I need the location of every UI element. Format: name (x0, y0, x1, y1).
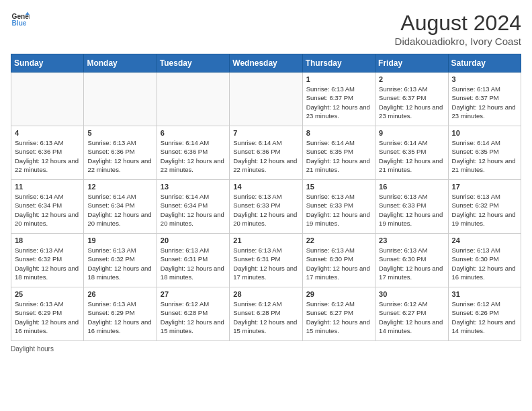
calendar-day-cell: 19Sunrise: 6:13 AM Sunset: 6:32 PM Dayli… (84, 234, 157, 287)
day-number: 16 (379, 183, 444, 191)
calendar-day-cell: 12Sunrise: 6:14 AM Sunset: 6:34 PM Dayli… (84, 180, 157, 234)
day-info: Sunrise: 6:14 AM Sunset: 6:36 PM Dayligh… (233, 138, 298, 174)
day-number: 1 (306, 75, 371, 83)
calendar-day-header: Wednesday (230, 54, 302, 73)
day-number: 18 (15, 236, 80, 244)
page-title: August 2024 (395, 11, 521, 36)
day-number: 17 (452, 183, 517, 191)
day-info: Sunrise: 6:13 AM Sunset: 6:29 PM Dayligh… (87, 300, 152, 335)
logo: General Blue (11, 11, 30, 30)
day-info: Sunrise: 6:12 AM Sunset: 6:28 PM Dayligh… (233, 300, 298, 335)
day-info: Sunrise: 6:13 AM Sunset: 6:31 PM Dayligh… (161, 246, 226, 281)
day-number: 11 (15, 183, 80, 191)
calendar-day-cell: 7Sunrise: 6:14 AM Sunset: 6:36 PM Daylig… (230, 126, 302, 180)
day-number: 9 (379, 129, 444, 137)
calendar-body: 1Sunrise: 6:13 AM Sunset: 6:37 PM Daylig… (11, 73, 521, 341)
day-info: Sunrise: 6:13 AM Sunset: 6:33 PM Dayligh… (233, 192, 298, 228)
day-info: Sunrise: 6:13 AM Sunset: 6:30 PM Dayligh… (452, 246, 517, 281)
calendar-table: SundayMondayTuesdayWednesdayThursdayFrid… (11, 54, 521, 341)
day-info: Sunrise: 6:13 AM Sunset: 6:31 PM Dayligh… (233, 246, 298, 281)
day-number: 7 (233, 129, 298, 137)
calendar-day-cell: 26Sunrise: 6:13 AM Sunset: 6:29 PM Dayli… (84, 287, 157, 341)
day-info: Sunrise: 6:13 AM Sunset: 6:30 PM Dayligh… (306, 246, 371, 281)
calendar-day-cell: 1Sunrise: 6:13 AM Sunset: 6:37 PM Daylig… (302, 73, 375, 126)
calendar-day-cell: 28Sunrise: 6:12 AM Sunset: 6:28 PM Dayli… (230, 287, 302, 341)
calendar-day-cell: 4Sunrise: 6:13 AM Sunset: 6:36 PM Daylig… (11, 126, 84, 180)
day-number: 13 (161, 183, 226, 191)
day-info: Sunrise: 6:13 AM Sunset: 6:29 PM Dayligh… (15, 300, 80, 335)
day-number: 5 (87, 129, 152, 137)
calendar-week-row: 1Sunrise: 6:13 AM Sunset: 6:37 PM Daylig… (11, 73, 521, 126)
day-info: Sunrise: 6:14 AM Sunset: 6:34 PM Dayligh… (161, 192, 226, 228)
day-info: Sunrise: 6:12 AM Sunset: 6:26 PM Dayligh… (452, 300, 517, 335)
calendar-day-header: Thursday (302, 54, 375, 73)
day-info: Sunrise: 6:14 AM Sunset: 6:36 PM Dayligh… (161, 138, 226, 174)
day-info: Sunrise: 6:13 AM Sunset: 6:33 PM Dayligh… (379, 192, 444, 228)
calendar-day-cell: 18Sunrise: 6:13 AM Sunset: 6:32 PM Dayli… (11, 234, 84, 287)
calendar-day-cell (157, 73, 229, 126)
calendar-day-header: Saturday (448, 54, 521, 73)
day-number: 23 (379, 236, 444, 244)
calendar-day-cell: 23Sunrise: 6:13 AM Sunset: 6:30 PM Dayli… (375, 234, 448, 287)
day-info: Sunrise: 6:13 AM Sunset: 6:36 PM Dayligh… (15, 138, 80, 174)
day-info: Sunrise: 6:13 AM Sunset: 6:33 PM Dayligh… (306, 192, 371, 228)
calendar-day-cell: 15Sunrise: 6:13 AM Sunset: 6:33 PM Dayli… (302, 180, 375, 234)
day-number: 26 (87, 290, 152, 298)
day-info: Sunrise: 6:13 AM Sunset: 6:37 PM Dayligh… (306, 85, 371, 120)
day-info: Sunrise: 6:12 AM Sunset: 6:27 PM Dayligh… (306, 300, 371, 335)
day-info: Sunrise: 6:12 AM Sunset: 6:28 PM Dayligh… (161, 300, 226, 335)
calendar-day-header: Monday (84, 54, 157, 73)
day-number: 28 (233, 290, 298, 298)
day-info: Sunrise: 6:14 AM Sunset: 6:34 PM Dayligh… (15, 192, 80, 228)
svg-text:Blue: Blue (12, 19, 27, 27)
calendar-day-cell: 27Sunrise: 6:12 AM Sunset: 6:28 PM Dayli… (157, 287, 229, 341)
calendar-day-header: Tuesday (157, 54, 229, 73)
day-number: 25 (15, 290, 80, 298)
day-number: 4 (15, 129, 80, 137)
day-number: 3 (452, 75, 517, 83)
day-info: Sunrise: 6:13 AM Sunset: 6:37 PM Dayligh… (452, 85, 517, 120)
calendar-day-cell: 31Sunrise: 6:12 AM Sunset: 6:26 PM Dayli… (448, 287, 521, 341)
calendar-day-cell: 30Sunrise: 6:12 AM Sunset: 6:27 PM Dayli… (375, 287, 448, 341)
calendar-day-cell: 21Sunrise: 6:13 AM Sunset: 6:31 PM Dayli… (230, 234, 302, 287)
day-number: 14 (233, 183, 298, 191)
footer-note: Daylight hours (11, 345, 521, 353)
day-number: 27 (161, 290, 226, 298)
day-info: Sunrise: 6:14 AM Sunset: 6:35 PM Dayligh… (306, 138, 371, 174)
calendar-day-cell: 17Sunrise: 6:13 AM Sunset: 6:32 PM Dayli… (448, 180, 521, 234)
day-number: 22 (306, 236, 371, 244)
page-subtitle: Didakouadiokro, Ivory Coast (395, 36, 521, 47)
day-number: 30 (379, 290, 444, 298)
day-number: 20 (161, 236, 226, 244)
title-block: August 2024 Didakouadiokro, Ivory Coast (395, 11, 521, 47)
calendar-day-cell (11, 73, 84, 126)
calendar-day-cell (230, 73, 302, 126)
day-info: Sunrise: 6:14 AM Sunset: 6:35 PM Dayligh… (379, 138, 444, 174)
calendar-day-cell: 29Sunrise: 6:12 AM Sunset: 6:27 PM Dayli… (302, 287, 375, 341)
calendar-day-cell: 8Sunrise: 6:14 AM Sunset: 6:35 PM Daylig… (302, 126, 375, 180)
day-info: Sunrise: 6:12 AM Sunset: 6:27 PM Dayligh… (379, 300, 444, 335)
calendar-day-cell: 16Sunrise: 6:13 AM Sunset: 6:33 PM Dayli… (375, 180, 448, 234)
calendar-week-row: 4Sunrise: 6:13 AM Sunset: 6:36 PM Daylig… (11, 126, 521, 180)
logo-icon: General Blue (11, 11, 30, 30)
calendar-day-cell: 14Sunrise: 6:13 AM Sunset: 6:33 PM Dayli… (230, 180, 302, 234)
calendar-day-cell: 2Sunrise: 6:13 AM Sunset: 6:37 PM Daylig… (375, 73, 448, 126)
calendar-day-cell: 25Sunrise: 6:13 AM Sunset: 6:29 PM Dayli… (11, 287, 84, 341)
calendar-header-row: SundayMondayTuesdayWednesdayThursdayFrid… (11, 54, 521, 73)
day-number: 31 (452, 290, 517, 298)
calendar-day-header: Sunday (11, 54, 84, 73)
day-number: 29 (306, 290, 371, 298)
day-number: 21 (233, 236, 298, 244)
calendar-day-cell: 11Sunrise: 6:14 AM Sunset: 6:34 PM Dayli… (11, 180, 84, 234)
day-number: 15 (306, 183, 371, 191)
day-info: Sunrise: 6:13 AM Sunset: 6:37 PM Dayligh… (379, 85, 444, 120)
day-info: Sunrise: 6:14 AM Sunset: 6:35 PM Dayligh… (452, 138, 517, 174)
day-info: Sunrise: 6:13 AM Sunset: 6:32 PM Dayligh… (15, 246, 80, 281)
calendar-day-cell: 6Sunrise: 6:14 AM Sunset: 6:36 PM Daylig… (157, 126, 229, 180)
day-number: 10 (452, 129, 517, 137)
calendar-week-row: 25Sunrise: 6:13 AM Sunset: 6:29 PM Dayli… (11, 287, 521, 341)
calendar-day-cell: 20Sunrise: 6:13 AM Sunset: 6:31 PM Dayli… (157, 234, 229, 287)
day-number: 2 (379, 75, 444, 83)
page-header: General Blue August 2024 Didakouadiokro,… (11, 11, 521, 47)
day-info: Sunrise: 6:13 AM Sunset: 6:30 PM Dayligh… (379, 246, 444, 281)
